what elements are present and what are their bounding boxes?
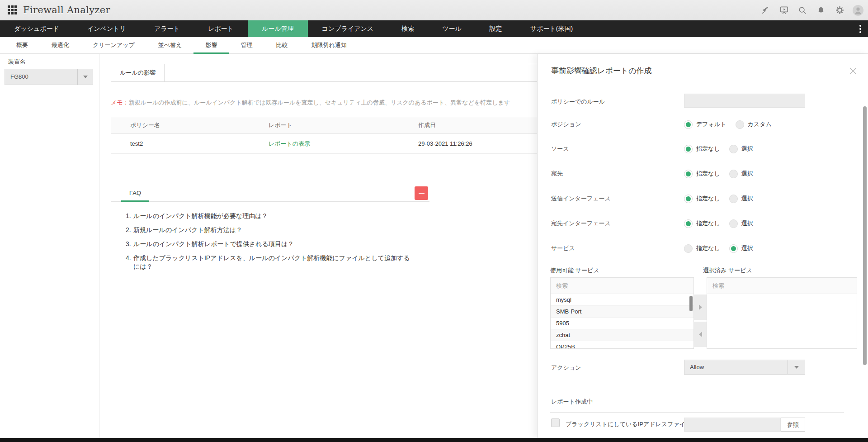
pre-impact-report-panel: 事前影響確認レポートの作成 ポリシーでのルール ポジション デフォルト カスタム… bbox=[537, 54, 868, 438]
available-services-label: 使用可能 サービス bbox=[550, 266, 599, 275]
faq-question[interactable]: 3. ルールのインパクト解析レポートで提供される項目は？ bbox=[126, 240, 415, 248]
radio-unspecified[interactable] bbox=[684, 170, 693, 178]
radio-select[interactable] bbox=[729, 145, 738, 153]
subnav-expiry-notice[interactable]: 期限切れ通知 bbox=[299, 37, 358, 54]
apps-grid-icon[interactable] bbox=[8, 5, 17, 14]
divider bbox=[550, 412, 844, 413]
user-avatar[interactable] bbox=[853, 5, 863, 16]
close-icon[interactable] bbox=[848, 66, 858, 76]
panel-scrollbar-thumb[interactable] bbox=[863, 106, 867, 365]
device-sidebar: 装置名 FG800 bbox=[0, 54, 99, 438]
available-services-list: mysql SMB-Port 5905 zchat OP25B bbox=[550, 277, 694, 349]
subnav-cleanup[interactable]: クリーンアップ bbox=[81, 37, 146, 54]
nav-tab-rule-management[interactable]: ルール管理 bbox=[248, 20, 308, 37]
settings-gear-icon[interactable] bbox=[834, 5, 845, 16]
nav-tab-tools[interactable]: ツール bbox=[428, 20, 476, 37]
nav-tab-support[interactable]: サポート(米国) bbox=[516, 20, 587, 37]
created-date-cell: 29-03-2021 11:26:26 bbox=[418, 140, 537, 147]
radio-select[interactable] bbox=[729, 170, 738, 178]
faq-question[interactable]: 4. 作成したブラックリストIPアドレスを、ルールのインパクト解析機能にファイル… bbox=[126, 254, 415, 271]
tab-faq[interactable]: FAQ bbox=[121, 185, 149, 202]
chevron-down-icon[interactable] bbox=[788, 360, 805, 374]
browse-button[interactable]: 参照 bbox=[781, 418, 805, 432]
tab-rule-impact[interactable]: ルールの影響 bbox=[111, 64, 165, 81]
radio-label: 指定なし bbox=[696, 219, 720, 228]
subnav-compare[interactable]: 比較 bbox=[264, 37, 299, 54]
action-label: アクション bbox=[551, 364, 581, 372]
blacklist-checkbox[interactable] bbox=[551, 418, 560, 427]
device-select-value: FG800 bbox=[10, 69, 28, 85]
faq-number: 3. bbox=[126, 240, 133, 248]
radio-label: 選択 bbox=[741, 170, 753, 178]
nav-tab-dashboard[interactable]: ダッシュボード bbox=[0, 20, 73, 37]
nav-tab-reports[interactable]: レポート bbox=[194, 20, 248, 37]
radio-label: 選択 bbox=[741, 195, 753, 203]
service-item[interactable]: OP25B bbox=[551, 341, 693, 349]
service-item[interactable]: 5905 bbox=[551, 318, 693, 329]
service-item[interactable]: zchat bbox=[551, 329, 693, 341]
list-scrollbar-thumb[interactable] bbox=[689, 296, 693, 311]
transfer-arrows bbox=[694, 277, 707, 349]
action-dropdown[interactable]: Allow bbox=[684, 360, 805, 375]
radio-select[interactable] bbox=[729, 244, 738, 253]
blacklist-file-input[interactable] bbox=[684, 418, 781, 432]
source-label: ソース bbox=[551, 145, 569, 153]
view-report-link[interactable]: レポートの表示 bbox=[269, 140, 310, 147]
app-title: Firewall Analyzer bbox=[23, 5, 110, 15]
radio-custom[interactable] bbox=[736, 120, 744, 129]
nav-tab-compliance[interactable]: コンプライアンス bbox=[308, 20, 388, 37]
faq-question[interactable]: 2. 新規ルールのインパクト解析方法は？ bbox=[126, 226, 415, 234]
position-label: ポジション bbox=[551, 120, 581, 128]
report-status-label: レポート作成中 bbox=[551, 398, 593, 406]
device-select[interactable]: FG800 bbox=[5, 69, 93, 85]
policy-rule-label: ポリシーでのルール bbox=[551, 98, 605, 106]
radio-unspecified[interactable] bbox=[684, 219, 693, 228]
nav-tab-inventory[interactable]: インベントリ bbox=[73, 20, 140, 37]
policy-rule-input[interactable] bbox=[684, 94, 805, 108]
nav-tab-settings[interactable]: 設定 bbox=[476, 20, 516, 37]
nav-tab-search[interactable]: 検索 bbox=[387, 20, 428, 37]
move-left-button[interactable] bbox=[694, 322, 707, 347]
subnav-overview[interactable]: 概要 bbox=[5, 37, 40, 54]
radio-default[interactable] bbox=[684, 120, 693, 129]
radio-label: 指定なし bbox=[696, 195, 720, 203]
subnav-reorder[interactable]: 並べ替え bbox=[146, 37, 194, 54]
rocket-icon[interactable] bbox=[760, 5, 771, 16]
nav-more-kebab-icon[interactable] bbox=[856, 20, 864, 37]
impact-report-table: ポリシー名 レポート 作成日 test2 レポートの表示 29-03-2021 … bbox=[111, 117, 537, 154]
available-services-search-input[interactable] bbox=[551, 278, 693, 294]
faq-question[interactable]: 1. ルールのインパクト解析機能が必要な理由は？ bbox=[126, 212, 415, 220]
radio-label: カスタム bbox=[748, 120, 772, 128]
subnav-optimization[interactable]: 最適化 bbox=[40, 37, 81, 54]
selected-services-search-input[interactable] bbox=[707, 278, 857, 294]
search-icon[interactable] bbox=[797, 5, 808, 16]
radio-select[interactable] bbox=[729, 195, 738, 203]
radio-select[interactable] bbox=[729, 219, 738, 228]
service-label: サービス bbox=[551, 244, 575, 252]
top-header-bar: Firewall Analyzer bbox=[0, 0, 868, 20]
main-nav-bar: ダッシュボード インベントリ アラート レポート ルール管理 コンプライアンス … bbox=[0, 20, 868, 37]
subnav-management[interactable]: 管理 bbox=[229, 37, 264, 54]
move-right-button[interactable] bbox=[694, 295, 707, 320]
faq-question-text: ルールのインパクト解析機能が必要な理由は？ bbox=[133, 212, 268, 220]
dest-interface-radio-group: 指定なし 選択 bbox=[684, 219, 759, 228]
dest-interface-label: 宛先インターフェース bbox=[551, 219, 611, 228]
panel-title: 事前影響確認レポートの作成 bbox=[551, 66, 652, 76]
collapse-button[interactable] bbox=[415, 186, 428, 200]
destination-radio-group: 指定なし 選択 bbox=[684, 169, 759, 179]
outbound-interface-radio-group: 指定なし 選択 bbox=[684, 194, 759, 204]
source-radio-group: 指定なし 選択 bbox=[684, 144, 759, 154]
radio-unspecified[interactable] bbox=[684, 244, 693, 253]
action-dropdown-value: Allow bbox=[690, 360, 704, 374]
faq-header: FAQ bbox=[111, 185, 429, 202]
service-item[interactable]: SMB-Port bbox=[551, 306, 693, 318]
nav-tab-alerts[interactable]: アラート bbox=[140, 20, 194, 37]
notifications-bell-icon[interactable] bbox=[816, 5, 826, 16]
chevron-down-icon[interactable] bbox=[77, 69, 93, 85]
radio-unspecified[interactable] bbox=[684, 195, 693, 203]
demo-player-icon[interactable] bbox=[778, 5, 789, 16]
subnav-impact[interactable]: 影響 bbox=[193, 37, 229, 54]
radio-unspecified[interactable] bbox=[684, 145, 693, 153]
service-item[interactable]: mysql bbox=[551, 294, 693, 306]
faq-list: 1. ルールのインパクト解析機能が必要な理由は？ 2. 新規ルールのインパクト解… bbox=[111, 202, 429, 271]
